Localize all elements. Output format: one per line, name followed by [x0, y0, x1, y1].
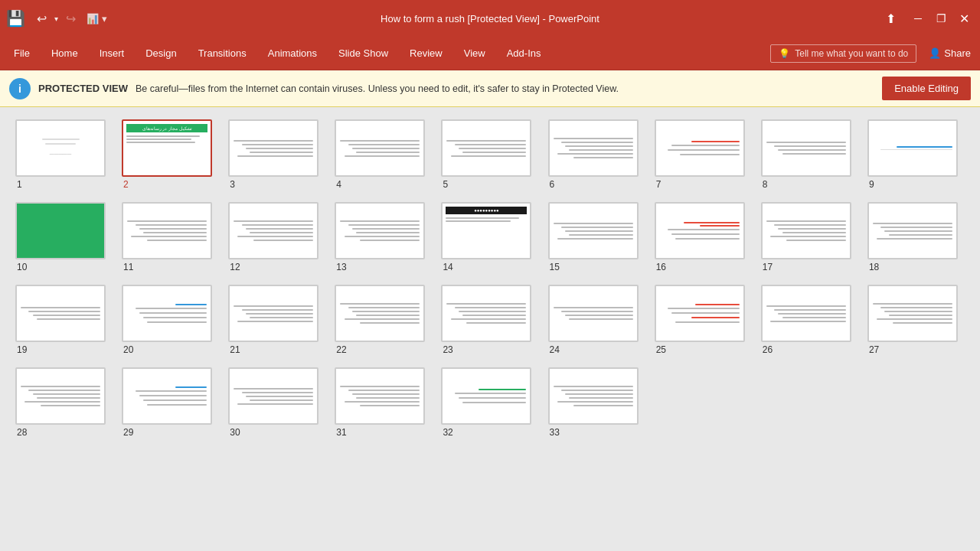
slide-thumbnail-20: [122, 285, 212, 342]
slide-item-30[interactable]: 30: [228, 367, 325, 438]
tab-home[interactable]: Home: [41, 37, 89, 70]
slide-item-10[interactable]: 10: [15, 202, 113, 272]
slide-number-11: 11: [122, 262, 133, 272]
slide-item-27[interactable]: 27: [867, 285, 965, 355]
slide-thumbnail-33: [548, 367, 639, 425]
slide-thumbnail-5: [441, 119, 531, 177]
slide-item-5[interactable]: 5: [441, 119, 538, 190]
slide-thumbnail-22: [335, 285, 425, 342]
close-button[interactable]: ✕: [954, 8, 974, 28]
slide-thumbnail-11: [122, 202, 212, 259]
slide-item-23[interactable]: 23: [441, 285, 538, 355]
tab-addins[interactable]: Add-Ins: [496, 37, 552, 70]
slide-number-16: 16: [655, 262, 666, 272]
redo-button[interactable]: ↪: [63, 10, 79, 28]
slide-item-25[interactable]: 25: [655, 285, 752, 355]
tab-animations[interactable]: Animations: [257, 37, 328, 70]
slide-number-4: 4: [335, 179, 341, 190]
slide-thumbnail-4: [335, 119, 425, 177]
tab-design[interactable]: Design: [135, 37, 187, 70]
slide-item-22[interactable]: 22: [335, 285, 432, 355]
slide-number-25: 25: [655, 344, 666, 355]
slide-item-17[interactable]: 17: [761, 202, 858, 272]
slide-item-18[interactable]: 18: [867, 202, 965, 272]
slide-number-8: 8: [761, 179, 768, 190]
title-bar-right: ⬆ ─ ❐ ✕: [886, 8, 974, 28]
slide-number-20: 20: [122, 344, 133, 355]
slide-item-33[interactable]: 33: [548, 367, 645, 438]
slide-thumbnail-27: [867, 285, 958, 342]
slide-thumbnail-28: [15, 367, 106, 425]
undo-button[interactable]: ↩: [34, 10, 50, 28]
slide-number-27: 27: [867, 344, 879, 355]
protected-view-message: Be careful—files from the Internet can c…: [136, 83, 619, 94]
slide-item-15[interactable]: 15: [548, 202, 645, 272]
slide-item-32[interactable]: 32: [441, 367, 538, 438]
slide-item-26[interactable]: 26: [761, 285, 858, 355]
slide-thumbnail-3: [228, 119, 318, 177]
slide-thumbnail-21: [228, 285, 318, 342]
slide-item-1[interactable]: ───── 1: [15, 119, 113, 190]
slide-number-18: 18: [867, 262, 879, 272]
tab-file[interactable]: File: [3, 37, 41, 70]
slide-number-10: 10: [15, 262, 27, 272]
slide-thumbnail-15: [548, 202, 639, 259]
slide-number-17: 17: [761, 262, 773, 272]
slide-item-2[interactable]: تشکیل مجاز در رسانه‌های 2: [122, 119, 219, 190]
tell-me-search[interactable]: 💡 Tell me what you want to do: [770, 44, 916, 63]
slide-item-4[interactable]: 4: [335, 119, 432, 190]
enable-editing-button[interactable]: Enable Editing: [882, 77, 971, 100]
slide-item-11[interactable]: 11: [122, 202, 219, 272]
slide-thumbnail-8: [761, 119, 851, 177]
slide-item-7[interactable]: 7: [655, 119, 752, 190]
slide-item-28[interactable]: 28: [15, 367, 113, 438]
slide-number-23: 23: [441, 344, 452, 355]
slide-item-31[interactable]: 31: [335, 367, 432, 438]
slide-thumbnail-7: [655, 119, 745, 177]
slide-number-26: 26: [761, 344, 773, 355]
slide-number-28: 28: [15, 427, 27, 438]
tab-view[interactable]: View: [453, 37, 496, 70]
slide-item-6[interactable]: 6: [548, 119, 645, 190]
slide-item-12[interactable]: 12: [228, 202, 325, 272]
slide-item-24[interactable]: 24: [548, 285, 645, 355]
minimize-button[interactable]: ─: [908, 8, 928, 28]
tab-slideshow[interactable]: Slide Show: [328, 37, 399, 70]
slide-thumbnail-25: [655, 285, 745, 342]
undo-redo-group: ↩ ▾ ↪: [34, 10, 79, 28]
slide-number-12: 12: [228, 262, 240, 272]
slide-thumbnail-17: [761, 202, 851, 259]
slide-item-19[interactable]: 19: [15, 285, 113, 355]
restore-button[interactable]: ❐: [931, 8, 951, 28]
slide-item-16[interactable]: 16: [655, 202, 752, 272]
slide-thumbnail-16: [655, 202, 745, 259]
slide-thumbnail-23: [441, 285, 531, 342]
help-icon[interactable]: ⬆: [886, 11, 896, 26]
title-bar: 💾 ↩ ▾ ↪ 📊 ▾ How to form a rush [Protecte…: [0, 0, 980, 37]
tab-insert[interactable]: Insert: [89, 37, 136, 70]
ribbon: File Home Insert Design Transitions Anim…: [0, 37, 980, 70]
slide-thumbnail-9: [867, 119, 958, 177]
slide-item-8[interactable]: 8: [761, 119, 858, 190]
slide-thumbnail-10: [15, 202, 106, 259]
undo-dropdown[interactable]: ▾: [51, 13, 61, 24]
slide-number-22: 22: [335, 344, 346, 355]
save-icon[interactable]: 💾: [6, 9, 24, 28]
slide-item-14[interactable]: ●●●●●●●●● 14: [441, 202, 538, 272]
slide-number-32: 32: [441, 427, 452, 438]
slide-number-1: 1: [15, 179, 22, 190]
slide-number-30: 30: [228, 427, 240, 438]
slide-thumbnail-32: [441, 367, 531, 425]
share-button[interactable]: 👤 Share: [923, 44, 977, 62]
tab-review[interactable]: Review: [399, 37, 453, 70]
slide-item-20[interactable]: 20: [122, 285, 219, 355]
slide-number-24: 24: [548, 344, 560, 355]
quick-access-icon[interactable]: 📊 ▾: [87, 13, 107, 24]
slide-item-29[interactable]: 29: [122, 367, 219, 438]
tab-transitions[interactable]: Transitions: [188, 37, 257, 70]
slide-item-9[interactable]: 9: [867, 119, 965, 190]
slide-item-21[interactable]: 21: [228, 285, 325, 355]
slide-item-13[interactable]: 13: [335, 202, 432, 272]
slide-item-3[interactable]: 3: [228, 119, 325, 190]
slide-number-19: 19: [15, 344, 27, 355]
